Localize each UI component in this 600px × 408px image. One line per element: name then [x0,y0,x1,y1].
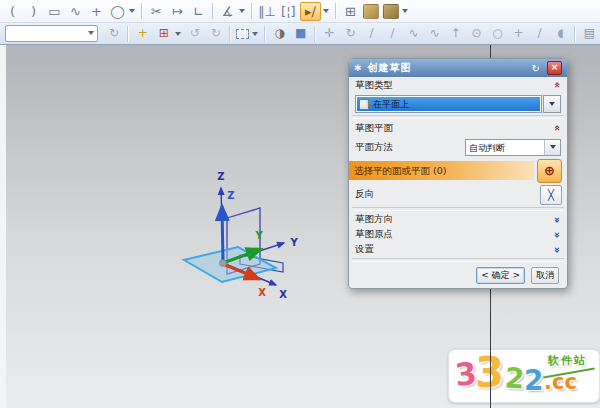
dialog-titlebar[interactable]: ✱ 创建草图 ↻ × [349,59,567,77]
rotate-view-icon[interactable]: ↻ [341,25,360,42]
sketch-name-combobox[interactable] [5,25,98,42]
select-face-prompt[interactable]: 选择平的面或平面 (0) [349,161,534,180]
studio-spline-icon[interactable]: ∿ [66,3,85,20]
x-wcs-label: X [258,287,266,298]
target-icon: ⊕ [544,163,555,178]
sketch-orientation-section[interactable]: 草图方向 « [349,212,567,227]
layers-icon[interactable]: ▤ [580,25,599,42]
rotate-ccw-icon[interactable]: ↺ [185,25,204,42]
chevron-down-icon [549,102,555,106]
reverse-direction-button[interactable]: ╳ [540,185,562,205]
viewport-left-edge [0,45,6,408]
fillet-tool-icon[interactable]: ) [24,3,43,20]
finish-sketch-icon[interactable] [363,4,379,19]
ok-button[interactable]: < 确定 > [476,267,525,284]
close-button[interactable]: × [547,61,562,75]
toolbar-separator [212,3,214,19]
exit-sketch-icon[interactable] [383,4,399,19]
sketch-type-combobox[interactable]: 在平面上 [355,95,542,113]
snap-endpoint-icon[interactable]: ∕ [362,25,381,42]
geometric-constraints-icon[interactable]: ∥⊥ [257,3,277,20]
ellipse-tool-icon[interactable]: ◯ [108,3,127,20]
snap-quadrant-icon[interactable]: ○ [488,25,507,42]
expand-chevron-icon[interactable]: « [552,216,562,222]
snap-existing-icon[interactable]: ∕ [530,25,549,42]
y-wcs-label: Y [254,230,263,241]
toolbar-separator [264,26,266,42]
ellipse-dropdown[interactable] [129,9,135,13]
snap-midpoint-icon[interactable]: ∕ [383,25,402,42]
expand-chevron-icon[interactable]: « [552,246,562,252]
settings-section[interactable]: 设置 « [349,242,567,257]
settings-label: 设置 [355,243,374,256]
plane-method-combobox[interactable]: 自动判断 [465,139,561,156]
reverse-arrows-icon: ╳ [548,189,554,200]
rectangle-tool-icon[interactable]: ▭ [45,3,64,20]
datum-csys-triad[interactable]: Z Z Y Y X X [158,166,308,306]
z-datum-label: Z [217,171,224,182]
auto-dimension-dropdown[interactable] [323,9,329,13]
rotate-cw-icon[interactable]: ↻ [206,25,225,42]
toolbar-separator [574,26,576,42]
snap-point-icon[interactable]: + [133,25,152,42]
quick-trim-icon[interactable]: ✂ [147,3,166,20]
select-face-row: 选择平的面或平面 (0) ⊕ [349,158,567,183]
snap-curve-icon[interactable]: ∿ [404,25,423,42]
dialog-resize-grip[interactable] [422,288,494,289]
plane-method-label: 平面方法 [355,141,393,154]
snap-pole-icon[interactable]: ↑ [446,25,465,42]
update-model-icon[interactable]: ↻ [104,25,123,42]
plane-method-dropdown-button[interactable] [544,140,560,155]
select-face-button[interactable]: ⊕ [537,159,562,183]
reset-icon[interactable]: ↻ [532,63,540,74]
orient-view-icon[interactable]: ■ [291,25,310,42]
divider [352,258,564,262]
snap-spline-icon[interactable]: ∿ [425,25,444,42]
arc-tool-icon[interactable]: ( [3,3,22,20]
dialog-buttons-row: < 确定 > 取消 [349,263,567,287]
sketch-type-label: 草图类型 [355,79,393,92]
dimension-icon[interactable]: [¦] [279,3,298,20]
plane-method-value: 自动判断 [466,140,544,155]
snap-center-icon[interactable]: ⊙ [467,25,486,42]
sketch-type-dropdown-button[interactable] [543,95,561,113]
pan-view-icon[interactable]: ✛ [320,25,339,42]
sketch-type-row: 在平面上 [355,95,561,113]
origin-ball[interactable] [220,260,227,267]
auto-dimension-icon[interactable]: ▸∕ [300,2,321,21]
sketch-type-header[interactable]: 草图类型 « [349,77,567,93]
create-datum-icon[interactable]: ⊞ [154,25,173,42]
shaded-view-icon[interactable]: ◑ [270,25,289,42]
snap-face-icon[interactable]: ◖ [551,25,570,42]
sketch-type-selected[interactable]: 在平面上 [357,97,540,111]
wcs-z-axis[interactable] [222,206,223,262]
selection-toolbar: ↻+⊞↺↻◑■✛↻∕∕∿∿↑⊙○+∕◖▤ [0,23,600,45]
dialog-title: 创建草图 [368,61,532,75]
chevron-down-icon [550,145,556,149]
point-tool-icon[interactable]: + [87,3,106,20]
sketch-plane-header[interactable]: 草图平面 « [349,120,567,136]
selection-filter-dropdown[interactable] [252,32,258,36]
collapse-chevron-icon[interactable]: « [552,125,562,131]
datum-dropdown[interactable] [175,32,181,36]
expand-chevron-icon[interactable]: « [552,231,562,237]
watermark-site-label: 软件站 [548,353,587,368]
dialog-options-icon[interactable]: ✱ [354,63,362,73]
watermark-logo: 3 3 2 2 .cc 软件站 [448,349,600,403]
collapse-chevron-icon[interactable]: « [552,82,562,88]
quick-extend-icon[interactable]: ↦ [168,3,187,20]
sketch-group-dropdown[interactable] [402,9,408,13]
combo-arrow-icon[interactable] [88,31,94,35]
make-corner-icon[interactable]: ∟ [189,3,208,20]
cancel-button[interactable]: 取消 [531,267,559,284]
snap-intersection-icon[interactable]: + [509,25,528,42]
highlighted-datum-plane-xy[interactable] [184,247,276,282]
offset-curve-icon[interactable]: ⊞ [341,3,360,20]
selection-filter-icon[interactable] [236,29,249,39]
divider [352,207,564,211]
sketch-type-value: 在平面上 [373,98,409,111]
toolbar-separator [314,26,316,42]
sketch-origin-section[interactable]: 草图原点 « [349,227,567,242]
constraints-dropdown[interactable] [239,9,245,13]
constraints-icon[interactable]: ∡ [218,3,237,20]
